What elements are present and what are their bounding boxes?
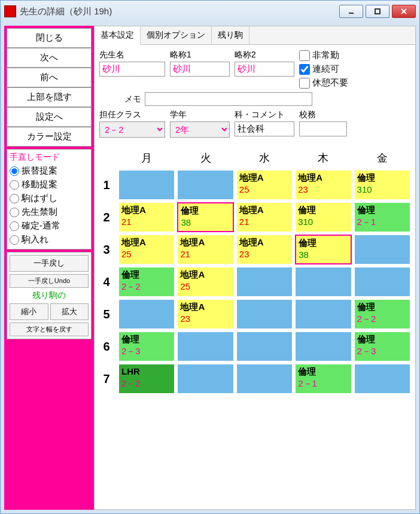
sidebar-button-1[interactable]: 次へ bbox=[7, 48, 92, 68]
mode-radio-0[interactable]: 振替提案 bbox=[10, 164, 89, 178]
consecutive-checkbox[interactable]: 連続可 bbox=[299, 63, 348, 75]
undo-button[interactable]: 一手戻し bbox=[10, 255, 89, 272]
schedule-cell[interactable]: 倫理2－3 bbox=[354, 331, 410, 361]
subject-input[interactable] bbox=[235, 121, 294, 136]
schedule-cell[interactable]: 地理A23 bbox=[177, 299, 233, 329]
app-icon bbox=[4, 5, 16, 17]
abbr2-input[interactable] bbox=[235, 62, 294, 77]
parttime-checkbox[interactable]: 非常勤 bbox=[299, 50, 348, 61]
minimize-button[interactable] bbox=[339, 5, 363, 18]
name-label: 先生名 bbox=[99, 50, 165, 60]
grade-select[interactable]: 2年 bbox=[170, 121, 230, 138]
day-header: 木 bbox=[295, 148, 351, 168]
schedule-cell[interactable]: 倫理310 bbox=[295, 202, 351, 232]
period-header: 6 bbox=[97, 331, 116, 361]
schedule-cell[interactable] bbox=[118, 170, 175, 200]
abbr1-input[interactable] bbox=[170, 62, 230, 77]
svg-rect-1 bbox=[375, 9, 380, 14]
name-input[interactable] bbox=[99, 62, 165, 77]
tab-2[interactable]: 残り駒 bbox=[212, 26, 249, 44]
schedule-cell[interactable]: 倫理38 bbox=[295, 235, 351, 264]
schedule-cell[interactable]: 地理A23 bbox=[236, 235, 293, 264]
schedule-cell[interactable]: 倫理310 bbox=[354, 170, 410, 200]
shrink-button[interactable]: 縮小 bbox=[10, 303, 48, 320]
day-header: 金 bbox=[354, 148, 410, 168]
nobreak-checkbox[interactable]: 休憩不要 bbox=[299, 77, 348, 89]
tab-1[interactable]: 個別オプション bbox=[141, 26, 212, 44]
schedule-cell[interactable] bbox=[177, 170, 233, 200]
schedule-cell[interactable] bbox=[295, 267, 351, 297]
schedule-cell[interactable]: 地理A21 bbox=[118, 202, 175, 232]
enlarge-button[interactable]: 拡大 bbox=[50, 303, 89, 320]
schedule-cell[interactable] bbox=[236, 299, 293, 329]
schedule-cell[interactable]: 倫理2－3 bbox=[118, 331, 175, 361]
grade-label: 学年 bbox=[170, 110, 230, 120]
period-header: 1 bbox=[97, 170, 116, 200]
schedule-cell[interactable]: 地理A25 bbox=[118, 235, 175, 264]
sidebar-button-0[interactable]: 閉じる bbox=[7, 28, 92, 48]
day-header: 火 bbox=[177, 148, 233, 168]
class-select[interactable]: 2－2 bbox=[99, 121, 165, 138]
subject-label: 科・コメント bbox=[235, 110, 294, 120]
close-button[interactable] bbox=[392, 5, 416, 18]
mode-radio-1[interactable]: 移動提案 bbox=[10, 178, 89, 191]
mode-radio-5[interactable]: 駒入れ bbox=[10, 233, 89, 247]
schedule-cell[interactable] bbox=[118, 299, 175, 329]
day-header: 水 bbox=[236, 148, 293, 168]
tab-0[interactable]: 基本設定 bbox=[95, 26, 141, 45]
mode-radio-2[interactable]: 駒はずし bbox=[10, 191, 89, 205]
schedule-cell[interactable]: 地理A25 bbox=[177, 267, 233, 297]
sidebar-button-5[interactable]: カラー設定 bbox=[7, 127, 92, 147]
sidebar-button-4[interactable]: 設定へ bbox=[7, 107, 92, 127]
schedule-cell[interactable]: 倫理2－2 bbox=[354, 299, 410, 329]
remain-label: 残り駒の bbox=[10, 290, 89, 301]
schedule-cell[interactable]: 地理A21 bbox=[236, 202, 293, 232]
schedule-cell[interactable]: 倫理2－1 bbox=[295, 364, 351, 394]
schedule-cell[interactable]: 倫理38 bbox=[177, 202, 233, 232]
schedule-cell[interactable]: 地理A25 bbox=[236, 170, 293, 200]
period-header: 5 bbox=[97, 299, 116, 329]
memo-label: メモ bbox=[99, 94, 141, 105]
sidebar-button-2[interactable]: 前へ bbox=[7, 68, 92, 87]
period-header: 4 bbox=[97, 267, 116, 297]
duty-input[interactable] bbox=[299, 121, 347, 136]
window-title: 先生の詳細（砂川 19h) bbox=[20, 6, 339, 17]
period-header: 7 bbox=[97, 364, 116, 394]
class-label: 担任クラス bbox=[99, 110, 165, 120]
schedule-cell[interactable] bbox=[354, 267, 410, 297]
duty-label: 校務 bbox=[299, 110, 347, 120]
period-header: 2 bbox=[97, 202, 116, 232]
schedule-cell[interactable] bbox=[236, 364, 293, 394]
schedule-cell[interactable] bbox=[354, 364, 410, 394]
schedule-cell[interactable] bbox=[236, 331, 293, 361]
memo-input[interactable] bbox=[145, 92, 312, 106]
mode-radio-4[interactable]: 確定-通常 bbox=[10, 219, 89, 233]
maximize-button[interactable] bbox=[366, 5, 389, 18]
abbr2-label: 略称2 bbox=[235, 50, 294, 60]
abbr1-label: 略称1 bbox=[170, 50, 230, 60]
schedule-cell[interactable] bbox=[177, 364, 233, 394]
schedule-cell[interactable] bbox=[295, 331, 351, 361]
day-header: 月 bbox=[118, 148, 175, 168]
mode-radio-3[interactable]: 先生禁制 bbox=[10, 205, 89, 219]
schedule-cell[interactable]: 地理A23 bbox=[295, 170, 351, 200]
mode-header: 手直しモード bbox=[10, 152, 89, 163]
schedule-cell[interactable]: 地理A21 bbox=[177, 235, 233, 264]
schedule-cell[interactable] bbox=[354, 235, 410, 264]
schedule-cell[interactable]: 倫理2－1 bbox=[354, 202, 410, 232]
period-header: 3 bbox=[97, 235, 116, 264]
schedule-cell[interactable] bbox=[236, 267, 293, 297]
reset-width-button[interactable]: 文字と幅を戻す bbox=[10, 323, 89, 336]
sidebar-button-3[interactable]: 上部を隠す bbox=[7, 87, 92, 107]
undo-redo-button[interactable]: 一手戻しUndo bbox=[10, 274, 89, 288]
schedule-cell[interactable]: LHR2－2 bbox=[118, 364, 175, 394]
schedule-cell[interactable] bbox=[177, 331, 233, 361]
schedule-cell[interactable] bbox=[295, 299, 351, 329]
schedule-cell[interactable]: 倫理2－2 bbox=[118, 267, 175, 297]
